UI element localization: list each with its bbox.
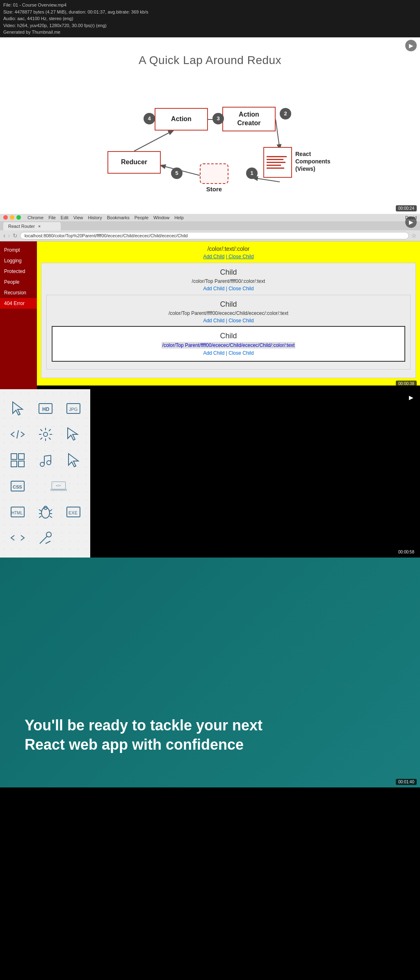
address-input[interactable]: localhost:8080/color/Top%20Parent/ffff00… bbox=[20, 232, 409, 239]
icon-jpg: JPG bbox=[62, 397, 84, 420]
svg-line-42 bbox=[46, 541, 50, 544]
child3-close-link[interactable]: Close Child bbox=[228, 350, 253, 356]
video-info-line5: Generated by Thumbnail.me bbox=[3, 29, 417, 36]
traffic-light-red[interactable] bbox=[3, 215, 8, 220]
svg-text:CSS: CSS bbox=[13, 484, 22, 489]
tab-label: React Router bbox=[8, 224, 35, 229]
circle-num-2: 2 bbox=[280, 108, 291, 119]
icon-code-bracket bbox=[6, 423, 29, 446]
sidebar-link-recursion[interactable]: Recursion bbox=[0, 287, 37, 298]
svg-marker-5 bbox=[13, 402, 23, 415]
icon-settings-gear bbox=[34, 423, 57, 446]
menu-file[interactable]: File bbox=[48, 215, 56, 220]
promo-section-wrapper: You'll be ready to tackle your next Reac… bbox=[0, 558, 420, 787]
sidebar-link-prompt[interactable]: Prompt bbox=[0, 245, 37, 255]
svg-line-37 bbox=[50, 516, 52, 518]
child2-add-link[interactable]: Add Child bbox=[203, 318, 224, 324]
svg-line-10 bbox=[17, 430, 18, 438]
child1-add-link[interactable]: Add Child bbox=[203, 286, 224, 291]
svg-line-1 bbox=[276, 119, 280, 149]
icons-black-section: HD JPG bbox=[0, 389, 420, 558]
browser-tab-react-router[interactable]: React Router × bbox=[3, 222, 61, 230]
menu-help[interactable]: Help bbox=[174, 215, 184, 220]
nav-arrow-next-2[interactable]: ▶ bbox=[405, 216, 417, 228]
browser-forward-button[interactable]: › bbox=[8, 232, 10, 239]
svg-rect-15 bbox=[11, 461, 17, 467]
menu-chrome[interactable]: Chrome bbox=[27, 215, 43, 220]
svg-line-4 bbox=[134, 131, 173, 151]
top-add-child-link[interactable]: Add Child bbox=[203, 254, 224, 259]
svg-line-40 bbox=[40, 536, 47, 544]
timestamp-3: 00:00:58 bbox=[396, 549, 417, 555]
top-close-child-link[interactable]: Close Child bbox=[228, 254, 253, 259]
svg-point-18 bbox=[47, 461, 51, 465]
icons-left-panel: HD JPG bbox=[0, 389, 90, 558]
child3-route-highlighted: /color/Top Parent/ffff00/ececec/Child/ec… bbox=[162, 342, 296, 349]
sidebar-link-404error[interactable]: 404 Error bbox=[0, 298, 37, 309]
menu-bookmarks[interactable]: Bookmarks bbox=[107, 215, 130, 220]
icon-music bbox=[34, 449, 57, 472]
circle-num-4: 4 bbox=[144, 113, 155, 124]
sidebar-link-people[interactable]: People bbox=[0, 277, 37, 287]
svg-point-30 bbox=[41, 507, 50, 518]
child3-route: /color/Top Parent/ffff00/ececec/Child/ec… bbox=[57, 342, 399, 349]
icon-grid: HD JPG bbox=[0, 389, 90, 558]
icons-section: HD JPG bbox=[0, 389, 420, 558]
browser-bookmark-button[interactable]: ☆ bbox=[411, 232, 417, 239]
icon-cursor bbox=[6, 397, 29, 420]
child3-add-link[interactable]: Add Child bbox=[203, 350, 224, 356]
icon-css: CSS bbox=[6, 475, 29, 498]
traffic-light-yellow[interactable] bbox=[10, 215, 14, 220]
video-info-line3: Audio: aac, 44100 Hz, stereo (eng) bbox=[3, 15, 417, 22]
child2-links: Add Child | Close Child bbox=[52, 318, 405, 324]
svg-line-32 bbox=[39, 510, 41, 511]
store-cylinder bbox=[200, 163, 228, 184]
menu-people[interactable]: People bbox=[135, 215, 148, 220]
browser-tab-bar: React Router × bbox=[0, 221, 420, 230]
svg-point-17 bbox=[40, 462, 44, 466]
svg-point-11 bbox=[43, 432, 48, 436]
svg-rect-14 bbox=[18, 454, 24, 459]
menu-history[interactable]: History bbox=[88, 215, 102, 220]
menu-view[interactable]: View bbox=[73, 215, 83, 220]
child1-close-link[interactable]: Close Child bbox=[228, 286, 253, 291]
child3-links: Add Child | Close Child bbox=[57, 350, 399, 356]
icon-html: HTML bbox=[6, 501, 29, 523]
video-info-line2: Size: 4478877 bytes (4.27 MiB), duration… bbox=[3, 9, 417, 16]
browser-refresh-button[interactable]: ↻ bbox=[13, 232, 18, 239]
yellow-section: /color/:text/:color Add Child | Close Ch… bbox=[37, 241, 420, 386]
browser-sidebar: Prompt Logging Protected People Recursio… bbox=[0, 241, 37, 389]
svg-text:HD: HD bbox=[42, 406, 50, 412]
sidebar-link-protected[interactable]: Protected bbox=[0, 266, 37, 277]
action-creator-node: ActionCreator bbox=[222, 107, 276, 131]
browser-back-button[interactable]: ‹ bbox=[3, 232, 5, 239]
icon-cursor2 bbox=[62, 423, 84, 446]
video-info-line1: File: 01 - Course Overview.mp4 bbox=[3, 2, 417, 9]
top-route-text: /color/:text/:color bbox=[41, 246, 416, 252]
icon-bug bbox=[34, 501, 57, 523]
diagram-container: Action ActionCreator Reducer React Compo… bbox=[91, 83, 329, 190]
sidebar-link-logging[interactable]: Logging bbox=[0, 255, 37, 266]
reducer-node: Reducer bbox=[107, 151, 161, 174]
nav-arrow-next-3[interactable]: ▶ bbox=[405, 392, 417, 403]
tab-close-icon[interactable]: × bbox=[38, 224, 41, 229]
browser-address-bar: ‹ › ↻ localhost:8080/color/Top%20Parent/… bbox=[0, 230, 420, 241]
svg-rect-27 bbox=[50, 489, 67, 491]
timestamp-1: 00:00:24 bbox=[396, 205, 417, 211]
nav-arrow-next-top[interactable]: ▶ bbox=[405, 40, 417, 51]
slide-title: A Quick Lap Around Redux bbox=[139, 54, 281, 67]
timestamp-2: 00:00:38 bbox=[396, 381, 417, 387]
video-info-line4: Video: h264, yuv420p, 1280x720, 30.00 fp… bbox=[3, 22, 417, 29]
svg-line-35 bbox=[50, 510, 52, 511]
video-info-bar: File: 01 - Course Overview.mp4 Size: 447… bbox=[0, 0, 420, 37]
menu-window[interactable]: Window bbox=[153, 215, 169, 220]
circle-num-1: 1 bbox=[246, 168, 258, 179]
promo-text: You'll be ready to tackle your next Reac… bbox=[25, 716, 271, 755]
child2-route: /color/Top Parent/ffff00/ececec/Child/ec… bbox=[52, 310, 405, 316]
menu-edit[interactable]: Edit bbox=[61, 215, 68, 220]
traffic-light-green[interactable] bbox=[16, 215, 21, 220]
svg-line-2 bbox=[253, 178, 280, 182]
child2-close-link[interactable]: Close Child bbox=[228, 318, 253, 324]
traffic-lights bbox=[3, 215, 21, 220]
icons-right-black bbox=[90, 389, 420, 558]
